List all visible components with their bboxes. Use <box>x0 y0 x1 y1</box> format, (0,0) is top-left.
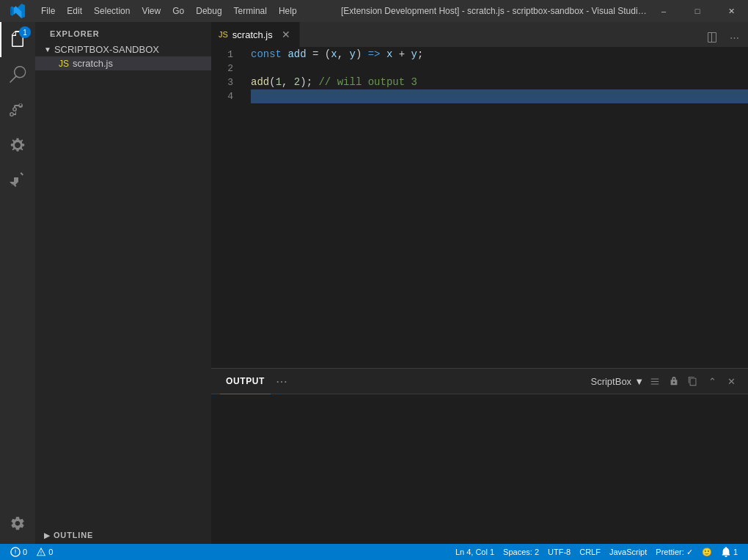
ret-y: y <box>411 48 417 62</box>
js-file-icon: JS <box>59 59 69 69</box>
sidebar-item-source-control[interactable] <box>0 92 35 128</box>
op-paren2-open: ( <box>269 75 275 89</box>
sidebar-item-explorer[interactable]: 1 <box>0 22 35 57</box>
menu-debug[interactable]: Debug <box>190 0 227 22</box>
activity-bar-bottom <box>0 506 35 544</box>
explorer-title: Explorer <box>50 29 100 38</box>
eol-label: CRLF <box>579 548 601 556</box>
status-eol[interactable]: CRLF <box>575 544 605 560</box>
tab-actions: ⋯ <box>698 28 748 47</box>
split-editor-button[interactable] <box>703 28 722 47</box>
status-language[interactable]: JavaScript <box>605 544 651 560</box>
editor-area: JS scratch.js ✕ ⋯ 1 2 3 <box>211 22 748 544</box>
var-add: add <box>287 48 306 62</box>
status-feedback[interactable]: 🙂 <box>697 544 716 560</box>
tab-label: scratch.js <box>232 29 273 40</box>
menu-file[interactable]: File <box>35 0 61 22</box>
file-scratch-js[interactable]: JS scratch.js <box>35 56 211 70</box>
op-semi: ; <box>417 48 423 62</box>
menu-help[interactable]: Help <box>273 0 303 22</box>
outline-arrow-icon: ▶ <box>44 531 51 539</box>
ret-x: x <box>386 48 392 62</box>
settings-icon-button[interactable] <box>0 506 35 541</box>
output-tabs-bar: OUTPUT ⋯ ScriptBox ▼ <box>211 369 748 394</box>
menu-edit[interactable]: Edit <box>61 0 88 22</box>
line-num-3: 3 <box>211 75 241 89</box>
op-comma: , <box>337 48 350 62</box>
file-name: scratch.js <box>73 58 113 69</box>
outline-section[interactable]: ▶ OUTLINE <box>35 526 211 544</box>
code-line-3: add(1, 2); // will output 3 <box>251 75 748 89</box>
comment-output: // will output 3 <box>318 75 417 89</box>
output-source-chevron: ▼ <box>634 376 644 387</box>
code-content[interactable]: const add = (x, y) => x + y; add(1, 2); … <box>248 48 748 368</box>
line-num-4: 4 <box>211 89 241 103</box>
main-area: 1 <box>0 22 748 544</box>
code-editor[interactable]: 1 2 3 4 const add = (x, y) => x + y; add… <box>211 48 748 368</box>
op-paren2-close: ); <box>300 75 318 89</box>
sidebar: Explorer ▼ SCRIPTBOX-SANDBOX JS scratch.… <box>35 22 211 544</box>
output-close-btn[interactable]: ✕ <box>723 373 739 389</box>
op-paren-open: ( <box>325 48 331 62</box>
code-line-2 <box>251 62 748 75</box>
status-prettier[interactable]: Prettier: ✓ <box>651 544 697 560</box>
folder-tree: ▼ SCRIPTBOX-SANDBOX JS scratch.js <box>35 43 211 526</box>
folder-arrow-icon: ▼ <box>44 45 51 54</box>
status-bar-right: Ln 4, Col 1 Spaces: 2 UTF-8 CRLF JavaScr… <box>451 544 742 560</box>
line-num-1: 1 <box>211 48 241 62</box>
activity-bar: 1 <box>0 22 35 544</box>
editor-and-output: 1 2 3 4 const add = (x, y) => x + y; add… <box>211 48 748 544</box>
notification-count: 1 <box>733 548 738 556</box>
smiley-icon: 🙂 <box>702 548 712 557</box>
spaces-label: Spaces: 2 <box>503 548 539 556</box>
arrow-fn-token: => <box>368 48 381 62</box>
output-copy-btn[interactable] <box>685 373 701 389</box>
explorer-badge: 1 <box>19 26 31 38</box>
status-cursor[interactable]: Ln 4, Col 1 <box>451 544 499 560</box>
vscode-logo <box>0 0 35 22</box>
menu-terminal[interactable]: Terminal <box>228 0 273 22</box>
tab-close-button[interactable]: ✕ <box>280 29 292 40</box>
output-source-label: ScriptBox <box>590 376 631 387</box>
output-source-selector[interactable]: ScriptBox ▼ <box>590 376 644 387</box>
output-lock-btn[interactable] <box>666 373 682 389</box>
param-x: x <box>331 48 337 62</box>
sidebar-header: Explorer <box>35 22 211 43</box>
encoding-label: UTF-8 <box>548 548 571 556</box>
menu-go[interactable]: Go <box>166 0 190 22</box>
status-spaces[interactable]: Spaces: 2 <box>499 544 543 560</box>
minimize-button[interactable]: – <box>647 0 681 22</box>
op-paren-close: ) <box>356 48 368 62</box>
menu-view[interactable]: View <box>136 0 166 22</box>
menu-selection[interactable]: Selection <box>88 0 136 22</box>
window-controls: – □ ✕ <box>647 0 748 22</box>
output-more-button[interactable]: ⋯ <box>274 373 290 389</box>
status-encoding[interactable]: UTF-8 <box>543 544 575 560</box>
status-notifications[interactable]: 1 <box>716 544 742 560</box>
output-list-btn[interactable] <box>647 373 663 389</box>
folder-scriptbox-sandbox[interactable]: ▼ SCRIPTBOX-SANDBOX <box>35 43 211 56</box>
tab-js-icon: JS <box>219 30 228 39</box>
menu-bar: File Edit Selection View Go Debug Termin… <box>35 0 341 22</box>
code-line-1: const add = (x, y) => x + y; <box>251 48 748 62</box>
more-actions-button[interactable]: ⋯ <box>725 28 744 47</box>
close-button[interactable]: ✕ <box>714 0 748 22</box>
folder-name: SCRIPTBOX-SANDBOX <box>54 44 159 55</box>
code-line-4 <box>251 89 748 103</box>
output-tab[interactable]: OUTPUT <box>220 369 271 394</box>
output-collapse-btn[interactable]: ⌃ <box>704 373 720 389</box>
sidebar-item-search[interactable] <box>0 57 35 92</box>
maximize-button[interactable]: □ <box>681 0 714 22</box>
keyword-const: const <box>251 48 287 62</box>
window-title: [Extension Development Host] - scratch.j… <box>341 6 647 16</box>
status-warnings[interactable]: 0 <box>32 544 57 560</box>
op-plus: + <box>392 48 411 62</box>
status-errors[interactable]: 0 <box>6 544 32 560</box>
sidebar-item-extensions[interactable] <box>0 163 35 198</box>
tab-scratch-js[interactable]: JS scratch.js ✕ <box>211 22 300 47</box>
fn-call-add: add <box>251 75 269 89</box>
prettier-label: Prettier: ✓ <box>656 548 693 557</box>
status-bar: 0 0 Ln 4, Col 1 Spaces: 2 UTF-8 CRLF Jav… <box>0 544 748 560</box>
sidebar-item-debug[interactable] <box>0 128 35 163</box>
tabs-bar: JS scratch.js ✕ ⋯ <box>211 22 748 48</box>
